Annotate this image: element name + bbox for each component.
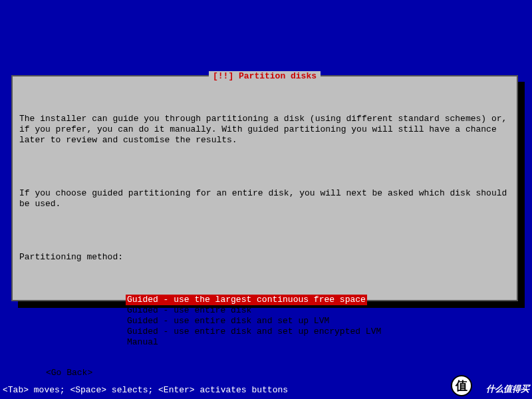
status-bar: <Tab> moves; <Space> selects; <Enter> ac…	[3, 385, 288, 395]
option-guided-encrypted-lvm[interactable]: Guided - use entire disk and set up encr…	[126, 327, 382, 337]
options-list: Guided - use the largest continuous free…	[126, 295, 510, 348]
option-guided-free-space[interactable]: Guided - use the largest continuous free…	[126, 295, 367, 305]
dialog-title: [!!] Partition disks	[209, 71, 321, 81]
option-guided-lvm[interactable]: Guided - use entire disk and set up LVM	[126, 316, 331, 327]
dialog-body: The installer can guide you through part…	[19, 92, 510, 284]
watermark-badge-icon: 值	[451, 375, 472, 396]
go-back-button[interactable]: <Go Back>	[46, 368, 510, 378]
dialog-paragraph-2: If you choose guided partitioning for an…	[19, 188, 510, 209]
option-guided-entire-disk[interactable]: Guided - use entire disk	[126, 305, 253, 316]
watermark-badge-text: 值	[456, 378, 467, 394]
option-manual[interactable]: Manual	[126, 337, 160, 348]
watermark-text: 什么值得买	[486, 383, 529, 395]
dialog-prompt: Partitioning method:	[19, 252, 510, 263]
dialog-paragraph-1: The installer can guide you through part…	[19, 114, 510, 146]
partition-dialog: [!!] Partition disks The installer can g…	[11, 75, 518, 301]
dialog-title-wrap: [!!] Partition disks	[13, 71, 517, 81]
